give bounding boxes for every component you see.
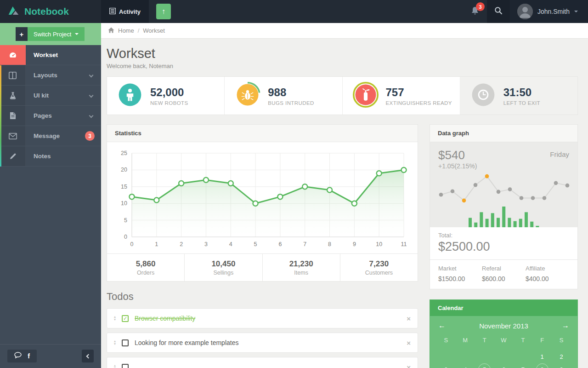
- breadcrumb-separator: /: [138, 27, 140, 34]
- facebook-icon[interactable]: f: [28, 352, 30, 360]
- switch-project-area: + Switch Project: [0, 23, 101, 45]
- todo-checkbox[interactable]: ✓: [122, 315, 129, 322]
- calendar-day[interactable]: 1: [532, 350, 552, 363]
- todo-checkbox[interactable]: [122, 339, 129, 346]
- breadcrumb-current: Workset: [143, 27, 164, 34]
- calendar-day-marked[interactable]: 5: [478, 363, 491, 368]
- calendar-empty-cell: [436, 350, 456, 363]
- brand-name: Notebook: [24, 6, 69, 17]
- svg-text:3: 3: [204, 241, 208, 247]
- stat-card-extinguishers[interactable]: 757 EXTINGUISHERS READY: [343, 77, 460, 115]
- user-name: John.Smith: [537, 8, 570, 15]
- summary-value: 21,230: [289, 259, 313, 269]
- svg-text:15: 15: [121, 184, 127, 190]
- svg-text:10: 10: [376, 241, 382, 247]
- brand[interactable]: Notebook: [0, 0, 101, 23]
- svg-text:9: 9: [353, 241, 356, 247]
- sidebar-item-label: Notes: [26, 146, 101, 166]
- data-graph-header-row: $540 +1.05(2.15%) Friday: [438, 148, 569, 170]
- sidebar-item-ui-kit[interactable]: UI kit: [0, 86, 101, 106]
- svg-text:4: 4: [229, 241, 232, 247]
- breakdown-label: Affiliate: [526, 265, 569, 272]
- calendar-day[interactable]: 9: [552, 363, 571, 368]
- calendar-day[interactable]: 7: [513, 363, 532, 368]
- handle-down-glyph: ▾: [114, 343, 116, 345]
- breadcrumb-home[interactable]: Home: [118, 27, 134, 34]
- arrow-up-icon: ↑: [162, 7, 165, 16]
- summary-sellings: 10,450 Sellings: [185, 254, 262, 281]
- stat-card-text: 52,000 NEW ROBOTS: [150, 86, 188, 106]
- sidebar-item-workset[interactable]: Workset: [0, 45, 101, 65]
- calendar-weekday: T: [513, 334, 532, 345]
- page-title: Workset: [107, 46, 578, 61]
- columns-icon: [0, 65, 26, 85]
- sidebar-item-notes[interactable]: Notes: [0, 146, 101, 167]
- svg-text:5: 5: [124, 217, 127, 224]
- calendar-day[interactable]: 8: [532, 363, 552, 368]
- summary-label: Items: [294, 270, 308, 276]
- drag-handle-icon[interactable]: ▴ ▾: [114, 364, 116, 368]
- statistics-line-chart: 051015202501234567891011: [107, 142, 418, 253]
- stat-card-bugs[interactable]: 988 BUGS INTRUDED: [225, 77, 342, 115]
- summary-value: 5,860: [136, 259, 156, 269]
- sidebar-item-pages[interactable]: Pages: [0, 106, 101, 126]
- breakdown-affiliate: Affiliate $400.00: [526, 265, 569, 282]
- stat-card-new-robots[interactable]: 52,000 NEW ROBOTS: [107, 77, 225, 115]
- summary-customers: 7,230 Customers: [340, 254, 418, 281]
- navbar-spacer: [171, 0, 463, 23]
- calendar-day-marked[interactable]: 8: [536, 363, 548, 368]
- calendar-day[interactable]: 6: [494, 363, 514, 368]
- add-project-button[interactable]: +: [16, 27, 28, 41]
- drag-handle-icon[interactable]: ▴ ▾: [114, 340, 116, 345]
- top-navbar: Notebook Activity ↑: [0, 0, 588, 23]
- data-graph-panel: Data graph $540 +1.05(2.15%) Friday: [430, 124, 578, 289]
- sidebar-nav: Workset Layouts: [0, 45, 101, 167]
- calendar-day[interactable]: 4: [456, 363, 475, 368]
- social-box: f: [7, 350, 37, 362]
- close-icon[interactable]: ×: [407, 339, 411, 347]
- todo-item: ▴ ▾ ×: [107, 357, 418, 368]
- notifications-button[interactable]: 3: [463, 0, 487, 23]
- day-label: Friday: [550, 150, 569, 158]
- calendar-empty-cell: [475, 350, 494, 363]
- close-icon[interactable]: ×: [407, 315, 411, 322]
- sidebar-collapse-button[interactable]: [82, 350, 94, 362]
- sidebar-item-layouts[interactable]: Layouts: [0, 65, 101, 86]
- calendar-prev-button[interactable]: ←: [436, 322, 447, 330]
- amount-change: +1.05(2.15%): [438, 162, 477, 170]
- svg-text:5: 5: [254, 241, 257, 247]
- svg-text:8: 8: [328, 241, 331, 247]
- calendar-weekday: W: [494, 334, 514, 345]
- stat-label: LEFT TO EXIT: [503, 100, 540, 106]
- chat-icon[interactable]: [14, 352, 22, 360]
- svg-text:1: 1: [155, 241, 158, 247]
- calendar-day[interactable]: 2: [552, 350, 571, 363]
- calendar-day[interactable]: 3: [436, 363, 456, 368]
- calendar-body: ← November 2013 → SMTWTFS 12345678910111…: [430, 316, 577, 368]
- close-icon[interactable]: ×: [407, 363, 411, 368]
- calendar-empty-cell: [513, 350, 532, 363]
- sidebar-footer: f: [0, 344, 101, 368]
- todo-checkbox[interactable]: [122, 364, 129, 368]
- switch-project-button[interactable]: Switch Project: [28, 27, 85, 41]
- todo-text: Looking for more example templates: [135, 339, 238, 346]
- caret-down-icon: [574, 11, 578, 12]
- calendar-day[interactable]: 5: [475, 363, 494, 368]
- breakdown-label: Market: [438, 265, 482, 272]
- fire-extinguisher-icon: [353, 82, 379, 109]
- calendar-next-button[interactable]: →: [560, 322, 571, 330]
- user-menu[interactable]: John.Smith: [510, 0, 588, 23]
- search-button[interactable]: [487, 0, 510, 23]
- chevron-left-icon: [86, 354, 91, 358]
- sidebar-item-label: Layouts: [26, 65, 90, 85]
- stat-label: EXTINGUISHERS READY: [386, 100, 452, 106]
- calendar-weekdays: SMTWTFS: [436, 334, 571, 345]
- upload-button[interactable]: ↑: [156, 4, 171, 19]
- sidebar-item-message[interactable]: Message 3: [0, 126, 101, 146]
- stat-card-timer[interactable]: 31:50 LEFT TO EXIT: [460, 77, 577, 115]
- stat-label: BUGS INTRUDED: [268, 100, 314, 106]
- app-root: Notebook Activity ↑: [0, 0, 588, 368]
- pencil-icon: [0, 146, 26, 166]
- activity-tab[interactable]: Activity: [101, 0, 149, 23]
- drag-handle-icon[interactable]: ▴ ▾: [114, 316, 116, 321]
